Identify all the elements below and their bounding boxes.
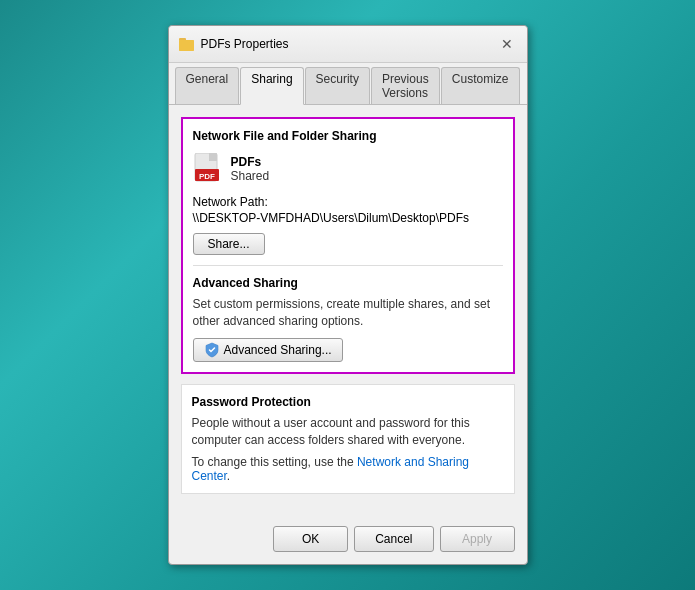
tab-security[interactable]: Security	[305, 67, 370, 104]
network-sharing-section: Network File and Folder Sharing PDF PDFs…	[181, 117, 515, 374]
tab-sharing[interactable]: Sharing	[240, 67, 303, 105]
password-title: Password Protection	[192, 395, 504, 409]
tab-customize[interactable]: Customize	[441, 67, 520, 104]
share-button[interactable]: Share...	[193, 233, 265, 255]
title-bar: PDFs Properties ✕	[169, 26, 527, 63]
title-bar-left: PDFs Properties	[179, 37, 289, 51]
properties-dialog: PDFs Properties ✕ General Sharing Securi…	[168, 25, 528, 564]
advanced-desc: Set custom permissions, create multiple …	[193, 296, 503, 330]
tab-bar: General Sharing Security Previous Versio…	[169, 63, 527, 105]
advanced-sharing-label: Advanced Sharing...	[224, 343, 332, 357]
apply-button[interactable]: Apply	[440, 526, 515, 552]
advanced-sharing-button[interactable]: Advanced Sharing...	[193, 338, 343, 362]
password-link-prefix: To change this setting, use the	[192, 455, 357, 469]
folder-row: PDF PDFs Shared	[193, 153, 503, 185]
folder-info: PDFs Shared	[231, 155, 270, 183]
password-desc: People without a user account and passwo…	[192, 415, 504, 449]
folder-name: PDFs	[231, 155, 270, 169]
svg-rect-5	[209, 153, 217, 161]
password-link-suffix: .	[227, 469, 230, 483]
folder-icon	[179, 37, 195, 51]
folder-status: Shared	[231, 169, 270, 183]
tab-content: Network File and Folder Sharing PDF PDFs…	[169, 105, 527, 517]
bottom-buttons: OK Cancel Apply	[169, 518, 527, 564]
network-path-value: \\DESKTOP-VMFDHAD\Users\Dilum\Desktop\PD…	[193, 211, 503, 225]
close-button[interactable]: ✕	[497, 34, 517, 54]
svg-rect-2	[179, 40, 194, 51]
password-section: Password Protection People without a use…	[181, 384, 515, 494]
cancel-button[interactable]: Cancel	[354, 526, 433, 552]
ok-button[interactable]: OK	[273, 526, 348, 552]
section-divider	[193, 265, 503, 266]
svg-text:PDF: PDF	[199, 172, 215, 181]
password-link-row: To change this setting, use the Network …	[192, 455, 504, 483]
pdf-icon: PDF	[193, 153, 221, 185]
shield-icon	[204, 342, 220, 358]
dialog-title: PDFs Properties	[201, 37, 289, 51]
tab-general[interactable]: General	[175, 67, 240, 104]
network-path-label: Network Path:	[193, 195, 503, 209]
network-section-title: Network File and Folder Sharing	[193, 129, 503, 143]
advanced-section-title: Advanced Sharing	[193, 276, 503, 290]
tab-previous-versions[interactable]: Previous Versions	[371, 67, 440, 104]
